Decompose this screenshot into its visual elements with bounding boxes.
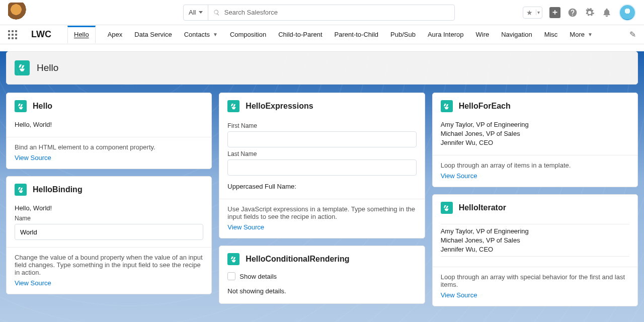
card-hello: Hello Hello, World! Bind an HTML element…: [6, 93, 212, 169]
name-label: Name: [15, 215, 203, 222]
first-name-label: First Name: [227, 122, 416, 129]
card-hello-binding: HelloBinding Hello, World! Name Change t…: [6, 176, 212, 294]
tab-child-to-parent[interactable]: Child-to-Parent: [278, 26, 322, 43]
conditional-output: Not showing details.: [227, 287, 416, 295]
page-body: Hello Hello Hello, World! Bind an HTML e…: [0, 51, 644, 322]
card-title: HelloIterator: [459, 203, 506, 212]
name-input[interactable]: [15, 224, 203, 240]
component-icon: [15, 60, 30, 75]
tab-aura-interop[interactable]: Aura Interop: [428, 26, 464, 43]
help-icon[interactable]: [568, 8, 578, 18]
star-icon: ★: [523, 9, 536, 17]
show-details-checkbox[interactable]: [227, 272, 235, 280]
card-title: HelloConditionalRendering: [246, 255, 349, 264]
notifications-bell-icon[interactable]: [602, 8, 612, 18]
card-title: Hello: [33, 102, 52, 111]
card-description: Bind an HTML element to a component prop…: [15, 143, 203, 151]
tab-composition[interactable]: Composition: [230, 26, 266, 43]
global-header: All ★ ▾ ＋: [0, 0, 644, 25]
app-launcher-icon[interactable]: [8, 29, 19, 40]
tab-more[interactable]: More ▼: [570, 26, 593, 43]
card-title: HelloBinding: [33, 185, 83, 194]
expressions-output-label: Uppercased Full Name:: [227, 183, 416, 190]
list-item: Jennifer Wu, CEO: [441, 246, 629, 253]
org-logo: [8, 3, 28, 23]
page-header: Hello: [6, 51, 638, 85]
tab-navigation[interactable]: Navigation: [501, 26, 532, 43]
view-source-link[interactable]: View Source: [441, 291, 477, 299]
component-icon: [15, 100, 27, 112]
view-source-link[interactable]: View Source: [227, 223, 264, 231]
card-hello-iterator: HelloIterator Amy Taylor, VP of Engineer…: [432, 194, 638, 306]
last-name-label: Last Name: [227, 150, 416, 157]
card-hello-foreach: HelloForEach Amy Taylor, VP of Engineeri…: [432, 93, 638, 187]
card-title: HelloExpressions: [246, 102, 313, 111]
component-icon: [441, 100, 453, 112]
list-item: Michael Jones, VP of Sales: [441, 236, 629, 244]
chevron-down-icon: [199, 11, 203, 14]
global-add-button[interactable]: ＋: [549, 7, 560, 18]
search-icon: [213, 9, 220, 16]
card-description: Change the value of a bound property whe…: [15, 254, 203, 276]
app-navbar: LWC Hello Apex Data Service Contacts ▼ C…: [0, 25, 644, 44]
component-icon: [15, 184, 27, 196]
avatar[interactable]: [619, 4, 636, 21]
tab-misc[interactable]: Misc: [544, 26, 558, 43]
search-input-wrap: [208, 9, 454, 16]
component-icon: [441, 202, 453, 214]
edit-page-pencil-icon[interactable]: ✎: [629, 30, 636, 39]
setup-gear-icon[interactable]: [585, 8, 595, 18]
tab-contacts[interactable]: Contacts ▼: [184, 26, 218, 43]
component-icon: [227, 100, 239, 112]
tab-hello[interactable]: Hello: [67, 26, 96, 43]
tab-pub-sub[interactable]: Pub/Sub: [390, 26, 416, 43]
tab-data-service[interactable]: Data Service: [134, 26, 172, 43]
component-icon: [227, 253, 239, 265]
chevron-down-icon[interactable]: ▼: [213, 32, 218, 37]
card-description: Loop through an array with special behav…: [441, 273, 629, 288]
last-name-input[interactable]: [227, 159, 416, 176]
global-search[interactable]: All: [183, 5, 455, 21]
app-name: LWC: [31, 29, 51, 40]
search-scope-label: All: [189, 9, 196, 16]
card-description: Use JavaScript expressions in a template…: [227, 205, 416, 220]
binding-output: Hello, World!: [15, 204, 203, 212]
view-source-link[interactable]: View Source: [441, 172, 477, 180]
search-input[interactable]: [224, 9, 449, 16]
first-name-input[interactable]: [227, 131, 416, 147]
search-scope-dropdown[interactable]: All: [184, 5, 208, 20]
tab-apex[interactable]: Apex: [108, 26, 123, 43]
view-source-link[interactable]: View Source: [15, 154, 51, 162]
chevron-down-icon: ▾: [536, 10, 542, 15]
tab-wire[interactable]: Wire: [475, 26, 489, 43]
card-hello-expressions: HelloExpressions First Name Last Name Up…: [219, 93, 425, 238]
card-title: HelloForEach: [459, 102, 511, 111]
favorites-button[interactable]: ★ ▾: [523, 7, 542, 19]
list-item: Jennifer Wu, CEO: [441, 139, 629, 146]
list-item: Amy Taylor, VP of Engineering: [441, 227, 629, 235]
header-actions: ★ ▾ ＋: [523, 4, 636, 21]
tab-parent-to-child[interactable]: Parent-to-Child: [335, 26, 378, 43]
page-title: Hello: [37, 62, 58, 73]
chevron-down-icon[interactable]: ▼: [588, 32, 593, 37]
hello-output: Hello, World!: [15, 121, 203, 128]
list-item: Michael Jones, VP of Sales: [441, 130, 629, 137]
show-details-label: Show details: [239, 273, 277, 280]
card-hello-conditional: HelloConditionalRendering Show details N…: [219, 246, 425, 304]
list-item: Amy Taylor, VP of Engineering: [441, 121, 629, 128]
card-description: Loop through an array of items in a temp…: [441, 162, 629, 169]
view-source-link[interactable]: View Source: [15, 279, 51, 287]
